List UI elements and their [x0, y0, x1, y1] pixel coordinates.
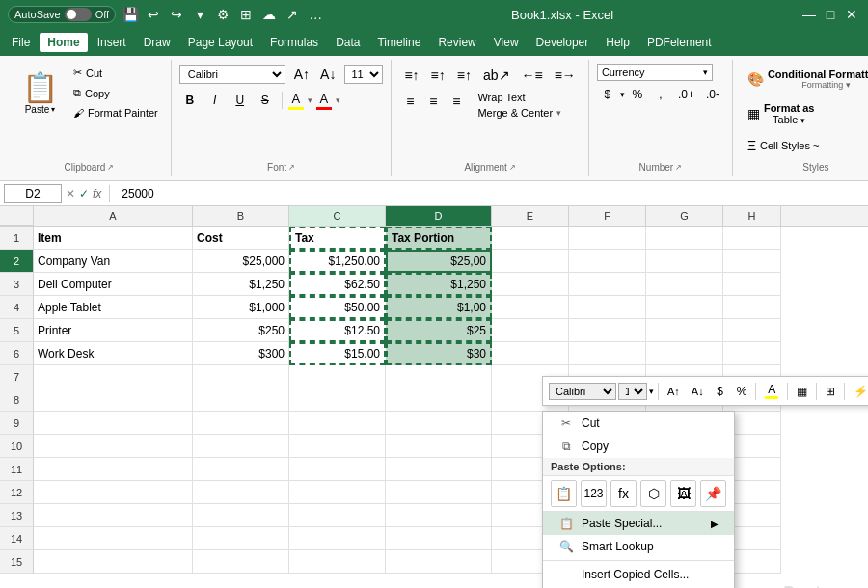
font-expand-icon[interactable]: ↗ [288, 163, 295, 172]
wrap-text-button[interactable]: Wrap Text [473, 90, 566, 105]
copy-button[interactable]: ⧉ Copy [68, 84, 163, 102]
cell-styles-button[interactable]: Ξ Cell Styles ~ [741, 133, 827, 158]
font-color-dropdown[interactable]: ▾ [336, 95, 340, 105]
row-number-11[interactable]: 11 [0, 458, 34, 481]
comma-button[interactable]: , [650, 85, 671, 104]
minimize-button[interactable]: — [800, 6, 818, 23]
cell-d2[interactable]: $25,00 [386, 250, 492, 273]
menu-file[interactable]: File [4, 33, 38, 52]
paste-icon-2[interactable]: 123 [581, 480, 607, 507]
col-header-e[interactable]: E [492, 206, 569, 226]
row-number-14[interactable]: 14 [0, 527, 34, 550]
underline-button[interactable]: U [230, 91, 251, 110]
cell-b4[interactable]: $1,000 [193, 296, 289, 319]
cell-a5[interactable]: Printer [34, 319, 193, 342]
row-number-4[interactable]: 4 [0, 296, 34, 319]
cell-b3[interactable]: $1,250 [193, 273, 289, 296]
row-number-10[interactable]: 10 [0, 435, 34, 458]
format-painter-button[interactable]: 🖌 Format Painter [68, 104, 163, 121]
currency-button[interactable]: $ [597, 85, 618, 104]
menu-home[interactable]: Home [40, 33, 87, 52]
paste-icon-4[interactable]: ⬡ [640, 480, 666, 507]
align-top-center-button[interactable]: ≡↑ [426, 64, 450, 87]
menu-view[interactable]: View [486, 33, 527, 52]
undo-icon[interactable]: ↩ [145, 6, 162, 23]
menu-review[interactable]: Review [430, 33, 483, 52]
cell-a6[interactable]: Work Desk [34, 342, 193, 365]
cell-b1[interactable]: Cost [193, 227, 289, 250]
autosave-badge[interactable]: AutoSave Off [8, 6, 116, 23]
col-header-c[interactable]: C [289, 206, 386, 226]
row-number-7[interactable]: 7 [0, 365, 34, 388]
context-cut[interactable]: ✂ Cut [543, 412, 734, 435]
share-icon[interactable]: ↗ [284, 6, 301, 23]
align-top-right-button[interactable]: ≡↑ [452, 64, 476, 87]
autosave-toggle[interactable] [65, 8, 92, 21]
cell-g2[interactable] [646, 250, 723, 273]
cell-reference-box[interactable] [4, 184, 62, 203]
formula-input[interactable] [118, 187, 864, 200]
row-number-12[interactable]: 12 [0, 481, 34, 504]
save-icon[interactable]: 💾 [122, 6, 139, 23]
merge-dropdown[interactable]: ▾ [556, 108, 561, 118]
row-number-3[interactable]: 3 [0, 273, 34, 296]
col-header-d[interactable]: D [386, 206, 492, 226]
cell-d7[interactable] [386, 365, 492, 388]
menu-timeline[interactable]: Timeline [369, 33, 428, 52]
context-insert-copied[interactable]: Insert Copied Cells... [543, 563, 734, 586]
paste-icon-3[interactable]: fx [610, 480, 637, 507]
align-left-button[interactable]: ≡ [399, 90, 420, 120]
maximize-button[interactable]: □ [822, 6, 839, 23]
cell-d5[interactable]: $25 [386, 319, 492, 342]
font-size-select[interactable]: 11 [344, 65, 383, 84]
cell-a4[interactable]: Apple Tablet [34, 296, 193, 319]
cell-d3[interactable]: $1,250 [386, 273, 492, 296]
font-grow-button[interactable]: A↑ [289, 64, 314, 85]
row-number-9[interactable]: 9 [0, 412, 34, 435]
decrease-decimal-button[interactable]: .0- [701, 85, 724, 104]
bold-button[interactable]: B [179, 91, 201, 110]
currency-dropdown[interactable]: ▾ [620, 90, 625, 99]
cell-c1[interactable]: Tax [289, 227, 386, 250]
cell-c3[interactable]: $62.50 [289, 273, 386, 296]
col-header-b[interactable]: B [193, 206, 289, 226]
cell-d1[interactable]: Tax Portion [386, 227, 492, 250]
menu-data[interactable]: Data [328, 33, 367, 52]
col-header-f[interactable]: F [569, 206, 646, 226]
cell-e1[interactable] [492, 227, 569, 250]
mini-size-select[interactable]: 11 [618, 383, 647, 400]
expand-icon[interactable]: ⊞ [237, 6, 255, 23]
cell-a2[interactable]: Company Van [34, 250, 193, 273]
menu-insert[interactable]: Insert [90, 33, 134, 52]
font-color-button[interactable]: A [316, 92, 332, 110]
clipboard-expand-icon[interactable]: ↗ [107, 163, 114, 172]
mini-grow-icon[interactable]: A↑ [663, 383, 685, 400]
cell-h5[interactable] [723, 319, 781, 342]
cell-h3[interactable] [723, 273, 781, 296]
mini-shrink-icon[interactable]: A↓ [687, 383, 709, 400]
paste-icon-1[interactable]: 📋 [551, 480, 577, 507]
cell-c2[interactable]: $1,250.00 [289, 250, 386, 273]
window-controls[interactable]: — □ ✕ [800, 6, 860, 23]
cell-b5[interactable]: $250 [193, 319, 289, 342]
context-paste-special[interactable]: 📋 Paste Special... ▶ [543, 512, 734, 535]
menu-developer[interactable]: Developer [529, 33, 597, 52]
context-smart-lookup[interactable]: 🔍 Smart Lookup [543, 535, 734, 558]
indent-right-button[interactable]: ≡→ [550, 64, 581, 87]
percent-button[interactable]: % [627, 85, 648, 104]
highlight-color-button[interactable]: A [288, 92, 304, 110]
cell-f6[interactable] [569, 342, 646, 365]
row-number-6[interactable]: 6 [0, 342, 34, 365]
customize-icon[interactable]: ▾ [191, 6, 208, 23]
cell-h6[interactable] [723, 342, 781, 365]
row-number-1[interactable]: 1 [0, 227, 34, 250]
cell-a3[interactable]: Dell Computer [34, 273, 193, 296]
cell-h2[interactable] [723, 250, 781, 273]
cell-g4[interactable] [646, 296, 723, 319]
row-number-8[interactable]: 8 [0, 388, 34, 412]
cell-g3[interactable] [646, 273, 723, 296]
merge-center-button[interactable]: Merge & Center ▾ [473, 105, 566, 120]
cell-e2[interactable] [492, 250, 569, 273]
cell-c6[interactable]: $15.00 [289, 342, 386, 365]
conditional-formatting-button[interactable]: 🎨 Conditional Formatting Formatting ▾ [741, 64, 868, 94]
